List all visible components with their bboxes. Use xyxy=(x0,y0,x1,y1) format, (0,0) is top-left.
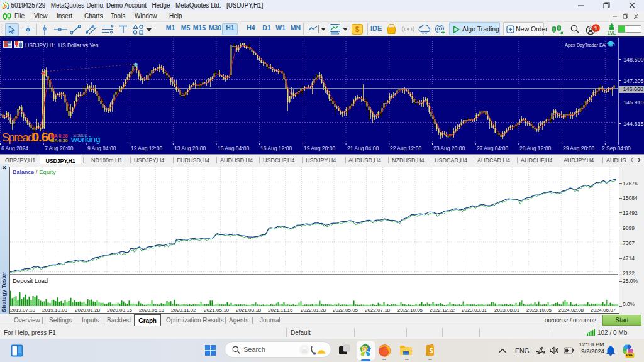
svg-text:23 Aug 20:00: 23 Aug 20:00 xyxy=(433,145,465,151)
svg-text:12 Aug 12:00: 12 Aug 12:00 xyxy=(131,145,162,151)
svg-text:LVL: LVL xyxy=(608,30,616,36)
svg-text:21 Aug 04:00: 21 Aug 04:00 xyxy=(347,145,379,151)
svg-text:22 Aug 12:00: 22 Aug 12:00 xyxy=(390,145,421,151)
svg-text:28 Aug 12:00: 28 Aug 12:00 xyxy=(519,145,551,151)
svg-text:15 Aug 04:00: 15 Aug 04:00 xyxy=(218,145,249,151)
svg-text:9 Aug 04:00: 9 Aug 04:00 xyxy=(87,145,116,151)
svg-text:7 Aug 20:00: 7 Aug 20:00 xyxy=(45,145,74,151)
svg-text:6 Aug 2024: 6 Aug 2024 xyxy=(1,145,28,151)
svg-text:5: 5 xyxy=(4,3,7,9)
svg-text:5: 5 xyxy=(430,348,433,354)
svg-text:16 Aug 12:00: 16 Aug 12:00 xyxy=(260,145,292,151)
svg-text:1: 1 xyxy=(594,25,598,31)
svg-text:19 Aug 20:00: 19 Aug 20:00 xyxy=(304,145,335,151)
svg-text:2 Sep 04:00: 2 Sep 04:00 xyxy=(602,145,631,151)
svg-text:PRE: PRE xyxy=(626,353,634,357)
svg-text:27 Aug 04:00: 27 Aug 04:00 xyxy=(477,145,508,151)
svg-text:13 Aug 20:00: 13 Aug 20:00 xyxy=(174,145,206,151)
svg-text:$: $ xyxy=(364,346,367,352)
svg-text:29 Aug 20:00: 29 Aug 20:00 xyxy=(563,145,594,151)
